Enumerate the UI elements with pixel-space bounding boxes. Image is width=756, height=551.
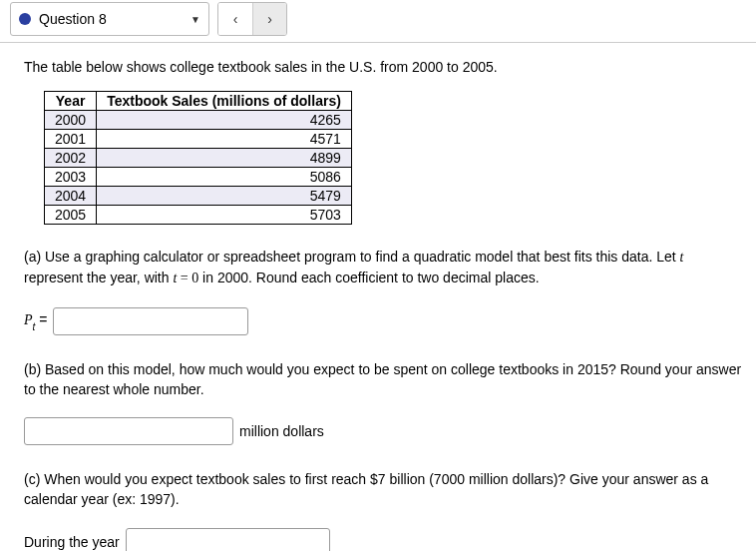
part-a-prefix: (a) Use a graphing calculator or spreads… xyxy=(24,249,680,265)
part-c-input[interactable] xyxy=(126,528,330,551)
data-table: Year Textbook Sales (millions of dollars… xyxy=(44,91,352,225)
cell-value: 4265 xyxy=(97,111,352,130)
part-b-text: (b) Based on this model, how much would … xyxy=(24,359,742,400)
question-select[interactable]: Question 8 ▼ xyxy=(10,2,209,36)
table-row: 2001 4571 xyxy=(45,130,352,149)
question-nav: ‹ › xyxy=(217,2,287,36)
table-header-year: Year xyxy=(45,92,97,111)
cell-value: 5479 xyxy=(97,187,352,206)
cell-year: 2004 xyxy=(45,187,97,206)
question-content: The table below shows college textbook s… xyxy=(0,43,756,551)
question-select-label: Question 8 xyxy=(39,11,190,27)
part-a-text: (a) Use a graphing calculator or spreads… xyxy=(24,247,742,289)
eq-sym: = xyxy=(177,271,191,285)
part-a-answer-row: Pt = xyxy=(24,307,746,335)
status-dot-icon xyxy=(19,13,31,25)
subscript-t: t xyxy=(33,321,36,332)
table-row: 2003 5086 xyxy=(45,168,352,187)
table-row: 2002 4899 xyxy=(45,149,352,168)
table-row: 2000 4265 xyxy=(45,111,352,130)
eq-sign: = xyxy=(39,311,47,327)
table-row: 2005 5703 xyxy=(45,206,352,225)
prev-question-button[interactable]: ‹ xyxy=(218,3,252,35)
cell-year: 2001 xyxy=(45,130,97,149)
part-a-mid: represent the year, with xyxy=(24,270,173,285)
part-a-suffix: in 2000. Round each coefficient to two d… xyxy=(198,270,539,285)
part-b-input[interactable] xyxy=(24,417,233,445)
cell-year: 2002 xyxy=(45,149,97,168)
toolbar: Question 8 ▼ ‹ › xyxy=(0,0,756,43)
cell-value: 5086 xyxy=(97,168,352,187)
chevron-down-icon: ▼ xyxy=(190,14,200,25)
cell-value: 4571 xyxy=(97,130,352,149)
answer-label-Pt: Pt = xyxy=(24,311,47,330)
cell-year: 2005 xyxy=(45,206,97,225)
part-a-input[interactable] xyxy=(53,307,248,335)
part-c-answer-row: During the year xyxy=(24,528,746,551)
cell-value: 4899 xyxy=(97,149,352,168)
question-intro: The table below shows college textbook s… xyxy=(24,59,746,75)
var-t: t xyxy=(680,250,684,265)
table-row: 2004 5479 xyxy=(45,187,352,206)
part-c-label: During the year xyxy=(24,534,120,550)
part-c-text: (c) When would you expect textbook sales… xyxy=(24,469,742,510)
cell-value: 5703 xyxy=(97,206,352,225)
table-header-sales: Textbook Sales (millions of dollars) xyxy=(97,92,352,111)
next-question-button[interactable]: › xyxy=(252,3,286,35)
part-b-answer-row: million dollars xyxy=(24,417,746,445)
cell-year: 2000 xyxy=(45,111,97,130)
part-b-unit: million dollars xyxy=(239,423,324,439)
var-P: P xyxy=(24,312,33,327)
cell-year: 2003 xyxy=(45,168,97,187)
